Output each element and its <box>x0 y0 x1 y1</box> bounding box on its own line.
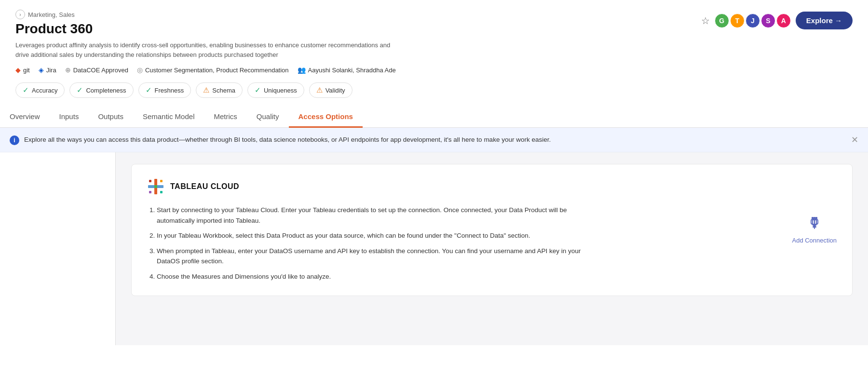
instruction-1: Start by connecting to your Tableau Clou… <box>157 205 591 226</box>
instruction-2: In your Tableau Workbook, select this Da… <box>157 230 591 241</box>
tab-semantic-model[interactable]: Semantic Model <box>133 107 204 128</box>
meta-jira-label: Jira <box>46 67 56 74</box>
svg-rect-5 <box>149 180 151 182</box>
tableau-logo-icon <box>147 178 164 195</box>
explore-button[interactable]: Explore → <box>796 12 853 29</box>
card-instructions: Start by connecting to your Tableau Clou… <box>147 205 837 282</box>
page-description: Leverages product affinity analysis to i… <box>15 40 401 59</box>
info-banner-text: Explore all the ways you can access this… <box>24 135 551 145</box>
instruction-3: When prompted in Tableau, enter your Dat… <box>157 246 591 267</box>
tab-outputs[interactable]: Outputs <box>88 107 133 128</box>
avatar-2: T <box>730 14 745 28</box>
add-connection-button[interactable]: Add Connection <box>792 216 837 244</box>
svg-rect-6 <box>160 180 163 182</box>
card-header: TABLEAU CLOUD <box>147 178 837 195</box>
badge-freshness-label: Freshness <box>155 87 184 94</box>
info-banner: i Explore all the ways you can access th… <box>0 128 868 152</box>
badge-accuracy-label: Accuracy <box>32 87 57 94</box>
badge-validity-label: Validity <box>326 87 345 94</box>
svg-rect-8 <box>160 191 163 193</box>
meta-datacoe-label: DataCOE Approved <box>73 67 128 74</box>
breadcrumb-row: › Marketing, Sales <box>15 10 401 19</box>
header: › Marketing, Sales Product 360 Leverages… <box>0 0 868 107</box>
page-title: Product 360 <box>15 21 401 37</box>
schema-warn-icon: ⚠ <box>203 86 209 94</box>
svg-rect-7 <box>149 191 151 193</box>
star-icon[interactable]: ☆ <box>701 15 710 27</box>
plug-icon <box>808 216 821 233</box>
avatar-3: J <box>746 14 760 28</box>
info-icon: i <box>10 135 19 145</box>
add-connection-label: Add Connection <box>792 237 837 244</box>
badges-row: ✓ Accuracy ✓ Completeness ✓ Freshness ⚠ … <box>15 82 401 98</box>
nav-tabs: Overview Inputs Outputs Semantic Model M… <box>0 107 868 128</box>
badge-uniqueness-label: Uniqueness <box>264 87 297 94</box>
jira-icon: ◈ <box>39 66 44 74</box>
svg-rect-0 <box>154 179 157 186</box>
breadcrumb-text: Marketing, Sales <box>28 11 75 18</box>
meta-datacoe: ⊕ DataCOE Approved <box>65 66 128 74</box>
badge-accuracy[interactable]: ✓ Accuracy <box>15 82 65 98</box>
meta-tags: ◎ Customer Segmentation, Product Recomme… <box>137 66 289 74</box>
badge-freshness[interactable]: ✓ Freshness <box>138 82 191 98</box>
git-icon: ◆ <box>15 66 21 74</box>
sidebar-nav <box>0 152 116 345</box>
validity-warn-icon: ⚠ <box>316 86 323 94</box>
badge-completeness-label: Completeness <box>86 87 126 94</box>
title-area: › Marketing, Sales Product 360 Leverages… <box>15 10 401 107</box>
uniqueness-check-icon: ✓ <box>255 86 261 94</box>
tableau-connection-card: TABLEAU CLOUD Start by connecting to you… <box>131 164 853 296</box>
svg-rect-4 <box>154 185 157 188</box>
completeness-check-icon: ✓ <box>77 86 83 94</box>
tableau-card-title: TABLEAU CLOUD <box>170 182 239 191</box>
tag-icon: ◎ <box>137 66 143 74</box>
svg-rect-2 <box>148 185 155 188</box>
page-wrapper: › Marketing, Sales Product 360 Leverages… <box>0 0 868 378</box>
tab-metrics[interactable]: Metrics <box>204 107 246 128</box>
avatar-5: A <box>776 14 791 28</box>
avatar-4: S <box>761 14 775 28</box>
svg-rect-3 <box>157 185 163 188</box>
badge-uniqueness[interactable]: ✓ Uniqueness <box>247 82 304 98</box>
meta-jira[interactable]: ◈ Jira <box>39 66 56 74</box>
close-banner-button[interactable]: ✕ <box>851 135 858 145</box>
tab-access-options[interactable]: Access Options <box>289 107 363 128</box>
info-banner-left: i Explore all the ways you can access th… <box>10 135 551 145</box>
meta-git-label: git <box>23 67 30 74</box>
meta-git[interactable]: ◆ git <box>15 66 30 74</box>
header-top: › Marketing, Sales Product 360 Leverages… <box>15 10 853 107</box>
header-actions: ☆ G T J S A Explore → <box>701 12 853 29</box>
avatar-group: G T J S A <box>715 14 791 28</box>
datacoe-icon: ⊕ <box>65 66 71 74</box>
badge-completeness[interactable]: ✓ Completeness <box>69 82 133 98</box>
content-area: TABLEAU CLOUD Start by connecting to you… <box>0 152 868 345</box>
meta-tags-label: Customer Segmentation, Product Recommend… <box>145 67 289 74</box>
breadcrumb-back-button[interactable]: › <box>15 10 25 19</box>
freshness-check-icon: ✓ <box>146 86 152 94</box>
avatar-1: G <box>715 14 729 28</box>
svg-rect-1 <box>154 188 157 194</box>
badge-schema-label: Schema <box>212 87 235 94</box>
meta-users: 👥 Aayushi Solanki, Shraddha Ade <box>298 66 396 74</box>
tab-inputs[interactable]: Inputs <box>50 107 89 128</box>
tab-quality[interactable]: Quality <box>247 107 289 128</box>
badge-validity[interactable]: ⚠ Validity <box>309 82 353 98</box>
meta-users-label: Aayushi Solanki, Shraddha Ade <box>308 67 396 74</box>
instruction-4: Choose the Measures and Dimensions you'd… <box>157 271 591 282</box>
main-content: TABLEAU CLOUD Start by connecting to you… <box>116 152 868 345</box>
user-icon: 👥 <box>298 66 306 74</box>
badge-schema[interactable]: ⚠ Schema <box>196 82 243 98</box>
tab-overview[interactable]: Overview <box>0 107 50 128</box>
accuracy-check-icon: ✓ <box>23 86 29 94</box>
meta-row: ◆ git ◈ Jira ⊕ DataCOE Approved ◎ Custom… <box>15 66 401 74</box>
